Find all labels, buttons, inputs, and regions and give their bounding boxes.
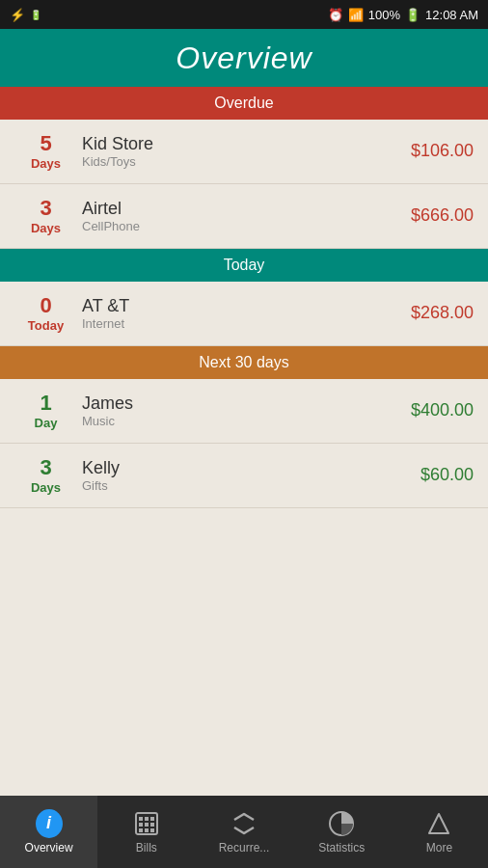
bill-info: Kid Store Kids/Toys	[77, 134, 411, 169]
signal-icon: 📶	[348, 8, 364, 22]
overdue-section-header: Overdue	[0, 87, 488, 120]
bill-row[interactable]: 3 Days Airtel CellPhone $666.00	[0, 184, 488, 249]
bill-info: AT &T Internet	[77, 296, 411, 331]
battery-percent: 100%	[368, 8, 400, 22]
statistics-icon	[328, 810, 355, 837]
status-right: ⏰ 📶 100% 🔋 12:08 AM	[328, 8, 478, 22]
svg-rect-8	[145, 828, 149, 832]
battery-icon: 🔋	[405, 8, 420, 22]
bill-amount: $400.00	[411, 400, 474, 420]
bill-row[interactable]: 0 Today AT &T Internet $268.00	[0, 282, 488, 346]
bill-info: James Music	[77, 393, 411, 428]
nav-item-recur[interactable]: Recurre...	[195, 796, 292, 868]
status-bar: ⚡ 🔋 ⏰ 📶 100% 🔋 12:08 AM	[0, 0, 488, 29]
time-display: 12:08 AM	[425, 8, 478, 22]
today-section-header: Today	[0, 249, 488, 282]
content-area: Overdue 5 Days Kid Store Kids/Toys $106.…	[0, 87, 488, 796]
recur-icon	[230, 810, 258, 837]
svg-rect-2	[145, 817, 149, 821]
bill-row[interactable]: 3 Days Kelly Gifts $60.00	[0, 444, 488, 508]
nav-item-overview[interactable]: i Overview	[0, 796, 97, 868]
bill-row[interactable]: 1 Day James Music $400.00	[0, 379, 488, 444]
bill-days: 0 Today	[14, 293, 77, 334]
more-icon	[425, 810, 452, 837]
svg-rect-1	[139, 817, 143, 821]
bill-amount: $60.00	[420, 465, 474, 485]
battery-small: 🔋	[30, 10, 41, 20]
svg-rect-7	[139, 828, 143, 832]
bottom-nav: i Overview Bills	[0, 796, 488, 868]
bill-days: 3 Days	[14, 455, 77, 496]
bill-days: 1 Day	[14, 391, 77, 431]
svg-rect-9	[150, 828, 154, 832]
bill-days: 3 Days	[14, 196, 77, 236]
bill-amount: $268.00	[411, 303, 474, 323]
svg-rect-5	[145, 823, 149, 827]
svg-rect-3	[150, 817, 154, 821]
status-left: ⚡ 🔋	[10, 8, 41, 22]
alarm-icon: ⏰	[328, 8, 343, 22]
nav-item-statistics[interactable]: Statistics	[293, 796, 391, 868]
app-title: Overview	[176, 41, 312, 76]
next30-section-header: Next 30 days	[0, 346, 488, 379]
usb-icon: ⚡	[10, 8, 25, 22]
bill-amount: $666.00	[411, 205, 474, 226]
nav-item-more[interactable]: More	[391, 796, 488, 868]
bill-info: Airtel CellPhone	[77, 199, 411, 233]
nav-item-bills[interactable]: Bills	[97, 796, 195, 868]
bill-row[interactable]: 5 Days Kid Store Kids/Toys $106.00	[0, 120, 488, 184]
svg-rect-4	[139, 823, 143, 827]
bill-info: Kelly Gifts	[77, 458, 420, 493]
svg-rect-6	[150, 823, 154, 827]
empty-space	[0, 508, 488, 796]
bill-days: 5 Days	[14, 131, 77, 172]
svg-marker-11	[429, 814, 448, 833]
app-header: Overview	[0, 29, 488, 87]
overview-icon: i	[36, 810, 63, 837]
bill-amount: $106.00	[411, 141, 474, 161]
bills-icon	[133, 810, 160, 837]
